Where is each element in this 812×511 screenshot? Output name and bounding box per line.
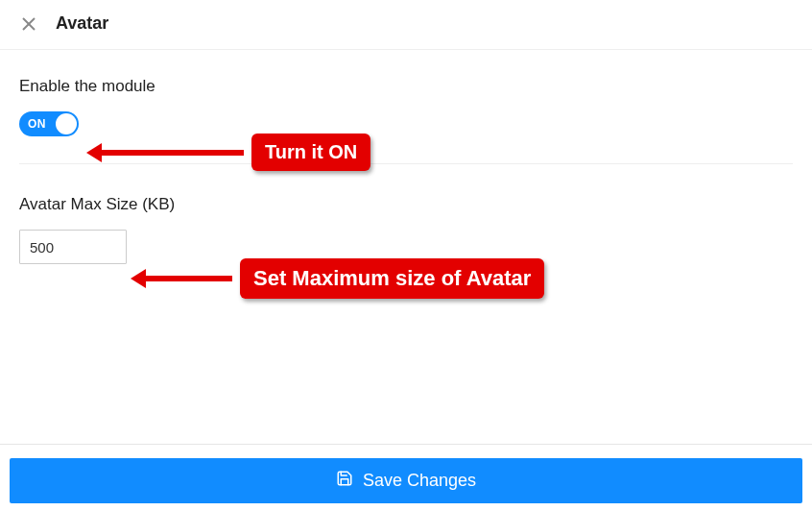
callout-turn-on: Turn it ON: [251, 134, 370, 171]
toggle-state-label: ON: [28, 117, 46, 131]
save-button-label: Save Changes: [363, 471, 476, 491]
save-icon: [336, 470, 353, 492]
avatar-max-size-label: Avatar Max Size (KB): [19, 195, 793, 214]
toggle-knob: [56, 113, 77, 134]
arrow-left-icon: [144, 276, 232, 281]
arrow-left-icon: [100, 150, 244, 156]
annotation-turn-on: Turn it ON: [100, 134, 370, 171]
enable-module-toggle[interactable]: ON: [19, 111, 79, 136]
avatar-max-size-input[interactable]: [19, 230, 127, 264]
close-icon[interactable]: [19, 14, 38, 34]
callout-set-max: Set Maximum size of Avatar: [240, 258, 544, 299]
annotation-set-max: Set Maximum size of Avatar: [144, 258, 544, 299]
dialog-footer: Save Changes: [0, 444, 812, 511]
enable-module-label: Enable the module: [19, 77, 793, 96]
save-changes-button[interactable]: Save Changes: [10, 458, 802, 503]
page-title: Avatar: [56, 13, 108, 34]
dialog-header: Avatar: [0, 0, 812, 50]
